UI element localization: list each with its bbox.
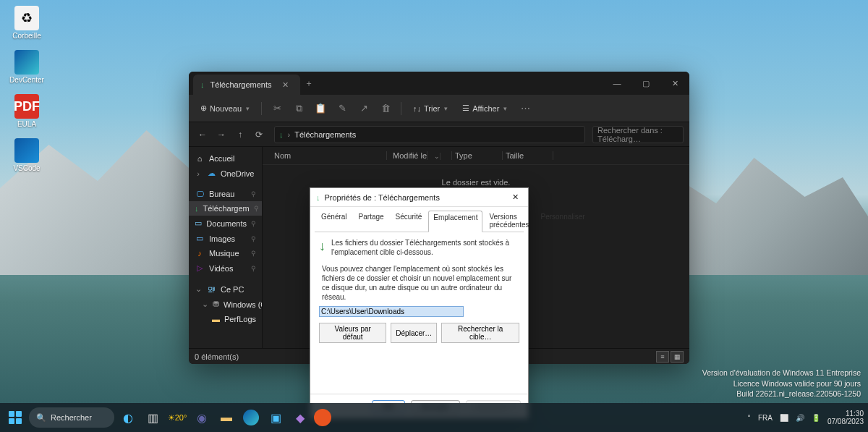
tray-chevron-up-icon[interactable]: ˄ <box>747 414 751 422</box>
downloads-icon: ↓ <box>319 239 326 254</box>
sidebar-item-videos[interactable]: ▷ Vidéos ⚲ <box>189 261 262 276</box>
minimize-button[interactable]: — <box>603 72 631 95</box>
sidebar-item-pictures[interactable]: ▭ Images ⚲ <box>189 231 262 246</box>
sort-button[interactable]: ↑↓ Trier ▾ <box>407 101 454 116</box>
details-view-button[interactable]: ≡ <box>656 351 669 363</box>
edge-app[interactable] <box>240 407 262 428</box>
close-button[interactable]: ✕ <box>508 192 522 202</box>
back-button[interactable]: ← <box>195 130 210 140</box>
taskbar-clock[interactable]: 11:30 07/08/2023 <box>827 410 864 425</box>
desktop-icon-vscode[interactable]: VSCode <box>6 138 48 172</box>
explorer-nav-bar: ← → ↑ ⟳ ↓ › Téléchargements Rechercher d… <box>189 122 689 147</box>
sidebar-item-home[interactable]: ⌂ Accueil <box>189 151 262 166</box>
sidebar-item-desktop[interactable]: 🖵 Bureau ⚲ <box>189 187 262 201</box>
sidebar-item-drive-c[interactable]: ⌄ ⛃ Windows (C:) <box>189 297 262 312</box>
desktop-icon-devcenter[interactable]: DevCenter <box>6 50 48 84</box>
cut-button[interactable]: ✂ <box>268 99 286 118</box>
delete-button[interactable]: 🗑 <box>376 99 395 118</box>
col-modified[interactable]: Modifié le ⌄ <box>387 151 452 160</box>
restore-defaults-button[interactable]: Valeurs par défaut <box>319 323 386 343</box>
icon-label: Corbeille <box>12 32 41 40</box>
ubuntu-app[interactable] <box>314 409 331 426</box>
sidebar-item-downloads[interactable]: ↓ Téléchargem ⚲ <box>189 201 262 216</box>
properties-dialog: ↓ Propriétés de : Téléchargements ✕ Géné… <box>310 187 529 419</box>
teams-app[interactable]: ◉ <box>191 407 213 428</box>
dialog-title: Propriétés de : Téléchargements <box>325 193 440 202</box>
tab-general[interactable]: Général <box>316 210 352 232</box>
volume-icon[interactable]: 🔊 <box>796 414 804 422</box>
tab-share[interactable]: Partage <box>354 210 389 232</box>
visual-studio-app[interactable]: ◆ <box>289 407 311 428</box>
close-button[interactable]: ✕ <box>660 72 689 95</box>
language-indicator[interactable]: FRA <box>758 414 773 422</box>
explorer-tab-downloads[interactable]: ↓ Téléchargements ✕ <box>193 75 300 95</box>
new-button[interactable]: ⊕ Nouveau ▾ <box>195 101 255 116</box>
desktop-icon-eula[interactable]: PDF EULA <box>6 94 48 128</box>
col-type[interactable]: Type <box>452 151 503 160</box>
up-button[interactable]: ↑ <box>232 130 248 140</box>
desktop-icon-recycle-bin[interactable]: ♻ Corbeille <box>6 6 48 40</box>
maximize-button[interactable]: ▢ <box>631 72 660 95</box>
taskbar-search[interactable]: 🔍 Rechercher <box>29 407 114 428</box>
weather-widget[interactable]: ☀ 20° <box>166 407 188 428</box>
downloads-icon: ↓ <box>200 80 205 89</box>
tab-security[interactable]: Sécurité <box>391 210 427 232</box>
copy-button[interactable]: ⧉ <box>289 99 308 118</box>
empty-folder-message: Le dossier est vide. <box>263 178 689 187</box>
network-icon[interactable]: ⬜ <box>780 414 788 422</box>
view-button[interactable]: ☰ Afficher ▾ <box>456 101 513 116</box>
tab-location[interactable]: Emplacement <box>428 211 482 232</box>
dialog-title-bar: ↓ Propriétés de : Téléchargements ✕ <box>310 188 528 207</box>
pc-icon: 🖳 <box>206 285 216 294</box>
new-tab-button[interactable]: ＋ <box>300 77 318 90</box>
store-app[interactable]: ▣ <box>265 407 286 428</box>
file-explorer-app[interactable]: ▬ <box>216 407 237 428</box>
battery-icon[interactable]: 🔋 <box>812 414 820 422</box>
copilot-button[interactable]: ◐ <box>117 407 139 428</box>
onedrive-icon: ☁ <box>206 169 216 178</box>
plus-circle-icon: ⊕ <box>200 103 207 113</box>
address-bar[interactable]: ↓ › Téléchargements <box>274 126 585 143</box>
item-count: 0 élément(s) <box>195 352 239 361</box>
sidebar-item-thispc[interactable]: ⌄ 🖳 Ce PC <box>189 281 262 297</box>
col-size[interactable]: Taille <box>503 151 553 160</box>
tab-customize[interactable]: Personnaliser <box>535 210 590 232</box>
more-button[interactable]: ⋯ <box>516 99 535 118</box>
icon-label: VSCode <box>13 164 40 172</box>
share-button[interactable]: ↗ <box>354 99 373 118</box>
pin-icon: ⚲ <box>251 190 256 198</box>
find-target-button[interactable]: Rechercher la cible… <box>441 323 519 343</box>
start-button[interactable] <box>4 407 26 428</box>
task-view-button[interactable]: ▥ <box>142 407 163 428</box>
search-input[interactable]: Rechercher dans : Télécharg… <box>592 126 684 143</box>
tab-close-button[interactable]: ✕ <box>278 80 293 90</box>
desktop-icon: 🖵 <box>195 190 205 198</box>
location-description-2: Vous pouvez changer l'emplacement où son… <box>322 264 519 302</box>
address-text: Téléchargements <box>294 130 356 139</box>
view-icon: ☰ <box>462 103 469 113</box>
explorer-tab-bar: ↓ Téléchargements ✕ ＋ — ▢ ✕ <box>189 72 689 95</box>
sidebar-item-onedrive[interactable]: › ☁ OneDrive <box>189 166 262 181</box>
sidebar-item-documents[interactable]: ▭ Documents ⚲ <box>189 216 262 231</box>
rename-button[interactable]: ✎ <box>333 99 352 118</box>
paste-button[interactable]: 📋 <box>311 99 330 118</box>
windows-watermark: Version d'évaluation de Windows 11 Entre… <box>702 368 861 399</box>
sidebar-item-perflogs[interactable]: ▬ PerfLogs <box>189 312 262 326</box>
icon-label: DevCenter <box>9 76 44 84</box>
pdf-icon: PDF <box>14 94 39 119</box>
chevron-down-icon: ▾ <box>444 105 448 112</box>
refresh-button[interactable]: ⟳ <box>251 130 267 140</box>
music-icon: ♪ <box>195 249 205 258</box>
chevron-right-icon: › <box>195 169 202 178</box>
explorer-sidebar: ⌂ Accueil › ☁ OneDrive 🖵 Bureau ⚲ ↓ Télé… <box>189 147 263 348</box>
move-button[interactable]: Déplacer… <box>391 323 437 343</box>
sidebar-item-music[interactable]: ♪ Musique ⚲ <box>189 246 262 261</box>
tab-previous-versions[interactable]: Versions précédentes <box>484 210 534 232</box>
location-path-input[interactable] <box>319 306 464 317</box>
icons-view-button[interactable]: ▦ <box>671 351 684 363</box>
location-description-1: Les fichiers du dossier Téléchargements … <box>331 238 519 257</box>
pin-icon: ⚲ <box>251 220 256 227</box>
edge-icon <box>14 50 39 75</box>
forward-button[interactable]: → <box>213 130 229 140</box>
col-name[interactable]: Nom <box>271 151 387 160</box>
